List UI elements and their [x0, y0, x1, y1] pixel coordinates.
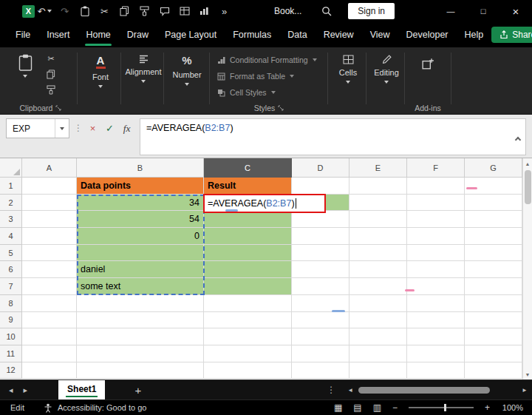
cell-A7[interactable]: [22, 278, 77, 295]
tab-review[interactable]: Review: [316, 22, 362, 47]
cell[interactable]: [465, 245, 522, 262]
cell[interactable]: [349, 312, 407, 329]
cell[interactable]: [77, 345, 204, 362]
cell[interactable]: [292, 178, 349, 195]
cell[interactable]: [465, 178, 522, 195]
paste-button[interactable]: [75, 0, 95, 22]
tab-insert[interactable]: Insert: [38, 22, 78, 47]
row-header-11[interactable]: 11: [0, 345, 22, 362]
sheet-nav-left-icon[interactable]: ◂: [9, 385, 13, 395]
row-header-6[interactable]: 6: [0, 261, 22, 278]
collapse-formula-bar-icon[interactable]: [516, 134, 520, 144]
row-header-10[interactable]: 10: [0, 328, 22, 345]
cell[interactable]: [77, 328, 204, 345]
format-painter-button[interactable]: [134, 0, 154, 22]
cell[interactable]: [204, 328, 292, 345]
col-header-A[interactable]: A: [22, 158, 77, 178]
ribbon-group-alignment[interactable]: Alignment: [123, 47, 164, 115]
cell[interactable]: [465, 312, 522, 329]
maximize-button[interactable]: □: [467, 0, 499, 22]
share-button[interactable]: Share: [491, 27, 532, 43]
col-header-F[interactable]: F: [407, 158, 465, 178]
new-sheet-button[interactable]: +: [134, 384, 141, 397]
cell[interactable]: [22, 328, 77, 345]
vertical-scrollbar-thumb[interactable]: [525, 170, 531, 204]
row-header-5[interactable]: 5: [0, 245, 22, 262]
name-box-resizer-icon[interactable]: ⋮: [74, 123, 83, 133]
ribbon-group-font[interactable]: A Font: [80, 47, 121, 115]
cell[interactable]: [407, 245, 465, 262]
cell-C3[interactable]: [204, 211, 292, 228]
cell[interactable]: [292, 312, 349, 329]
zoom-level[interactable]: 100%: [501, 403, 523, 412]
undo-button[interactable]: ↶: [35, 0, 55, 22]
cell[interactable]: [349, 295, 407, 312]
zoom-slider-thumb[interactable]: [444, 404, 446, 411]
page-break-view-button[interactable]: ▥: [373, 402, 381, 413]
cell-B7[interactable]: some text: [77, 278, 204, 295]
cell[interactable]: [292, 245, 349, 262]
cell[interactable]: [407, 345, 465, 362]
row-header-2[interactable]: 2: [0, 195, 22, 212]
col-header-C[interactable]: C: [204, 158, 292, 178]
cell[interactable]: [407, 178, 465, 195]
active-cell-editor[interactable]: =AVERAGEA(B2:B7): [203, 194, 326, 213]
cell[interactable]: [407, 195, 465, 212]
cell[interactable]: [292, 228, 349, 245]
cell-C5[interactable]: [204, 245, 292, 262]
cell-C6[interactable]: [204, 261, 292, 278]
tab-home[interactable]: Home: [78, 22, 118, 47]
cell[interactable]: [407, 261, 465, 278]
comment-button[interactable]: [154, 0, 174, 22]
cell[interactable]: [204, 295, 292, 312]
zoom-in-button[interactable]: +: [485, 402, 490, 413]
cell[interactable]: [349, 228, 407, 245]
addins-button[interactable]: [422, 47, 434, 70]
cell[interactable]: [292, 278, 349, 295]
cell[interactable]: [292, 261, 349, 278]
copy-button[interactable]: [115, 0, 134, 22]
name-box[interactable]: EXP: [6, 118, 69, 138]
cell[interactable]: [465, 345, 522, 362]
row-header-9[interactable]: 9: [0, 312, 22, 329]
row-header-7[interactable]: 7: [0, 278, 22, 295]
cell[interactable]: [407, 362, 465, 379]
accessibility-status[interactable]: Accessibility: Good to go: [58, 403, 146, 412]
conditional-formatting-button[interactable]: Conditional Formatting: [211, 52, 327, 68]
scroll-down-icon[interactable]: ▼: [525, 369, 531, 379]
enter-icon[interactable]: ✓: [101, 118, 118, 138]
chart-button[interactable]: [194, 0, 214, 22]
cell-B6[interactable]: daniel: [77, 261, 204, 278]
cell[interactable]: [292, 362, 349, 379]
cell[interactable]: [292, 345, 349, 362]
sheet-tab-sheet1[interactable]: Sheet1: [58, 380, 105, 399]
cell[interactable]: [204, 345, 292, 362]
cell[interactable]: [465, 328, 522, 345]
cell[interactable]: [349, 328, 407, 345]
cell[interactable]: [465, 278, 522, 295]
format-painter-ribbon-button[interactable]: [43, 84, 59, 96]
tab-help[interactable]: Help: [457, 22, 492, 47]
toolbar-overflow-button[interactable]: »: [214, 0, 234, 22]
cell-A2[interactable]: [22, 195, 77, 212]
tab-data[interactable]: Data: [279, 22, 315, 47]
page-layout-view-button[interactable]: ▤: [353, 402, 361, 413]
tab-file[interactable]: File: [7, 22, 38, 47]
cell[interactable]: [349, 195, 407, 212]
cell[interactable]: [407, 228, 465, 245]
ribbon-group-editing[interactable]: Editing: [368, 47, 405, 115]
cell-B3[interactable]: 54: [77, 211, 204, 228]
cell[interactable]: [204, 312, 292, 329]
clipboard-dialog-launcher-icon[interactable]: [55, 105, 61, 111]
cell[interactable]: [465, 295, 522, 312]
cell-B1[interactable]: Data points: [77, 178, 204, 195]
table-button[interactable]: [174, 0, 194, 22]
cell[interactable]: [465, 362, 522, 379]
cell-B5[interactable]: [77, 245, 204, 262]
cell[interactable]: [407, 328, 465, 345]
sheet-nav-right-icon[interactable]: ▸: [24, 385, 28, 395]
cell[interactable]: [22, 362, 77, 379]
cell[interactable]: [407, 211, 465, 228]
sheet-more-icon[interactable]: ⋮: [327, 385, 335, 395]
cut-button[interactable]: ✂: [95, 0, 115, 22]
